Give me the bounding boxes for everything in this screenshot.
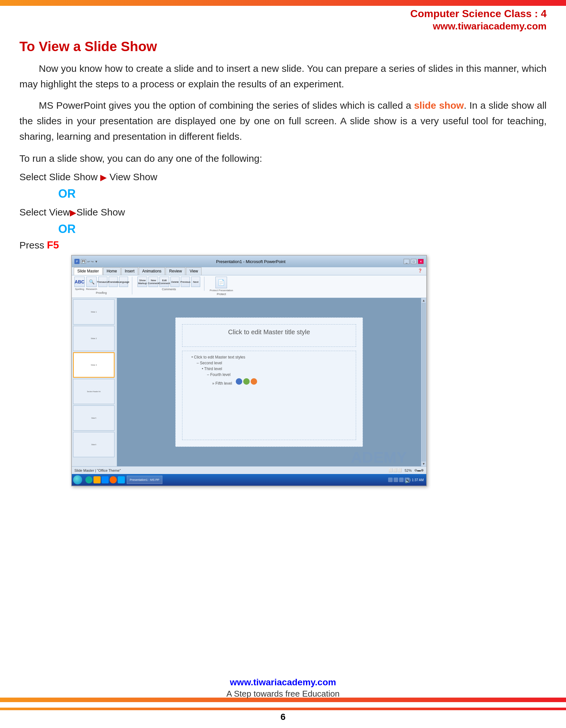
bullet-2: – Second level: [192, 361, 352, 365]
powerpoint-taskbar-item[interactable]: Presentation1 - MS PP: [127, 476, 162, 484]
slide-content: Click to edit Master title style • Click…: [175, 317, 363, 447]
ribbon: Slide Master Home Insert Animations Revi…: [72, 267, 426, 298]
tab-slide-master[interactable]: Slide Master: [74, 267, 103, 275]
tab-animations[interactable]: Animations: [139, 267, 165, 275]
slide-show-highlight: slide show: [414, 100, 464, 111]
tab-review[interactable]: Review: [166, 267, 185, 275]
media-icon[interactable]: [102, 476, 109, 483]
tab-home[interactable]: Home: [103, 267, 121, 275]
protect-presentation-btn[interactable]: 📄 Protect Presentation: [210, 277, 233, 292]
taskbar-quick-launch: [85, 476, 125, 483]
show-markup-btn[interactable]: Show Markup: [138, 277, 147, 287]
arrow-2: ▶: [70, 208, 76, 217]
bullet-4: – Fourth level: [192, 372, 352, 377]
restore-button[interactable]: □: [411, 259, 416, 264]
press-label: Press: [19, 240, 47, 250]
edit-comment-btn[interactable]: Edit Comment: [160, 277, 169, 287]
previous-btn[interactable]: Previous: [181, 277, 190, 287]
tab-insert[interactable]: Insert: [121, 267, 138, 275]
bullet-1: • Click to edit Master text styles: [192, 355, 352, 359]
close-button[interactable]: ✕: [418, 259, 424, 264]
language-btn[interactable]: Language: [119, 277, 128, 291]
translate-btn[interactable]: Translate: [109, 277, 118, 291]
section-title: To View a Slide Show: [19, 39, 547, 54]
tray-icon-1: [388, 478, 393, 482]
slide-thumb-2[interactable]: Slide 2: [73, 326, 115, 351]
title-bar-text: Presentation1 - Microsoft PowerPoint: [98, 259, 404, 264]
spelling-btn[interactable]: ABC Spelling: [74, 277, 85, 291]
slide-thumb-1[interactable]: Slide 1: [73, 299, 115, 325]
comments-buttons: Show Markup New Comment Edit Comment Del…: [138, 277, 200, 287]
bullet-3: • Third level: [192, 367, 352, 371]
or-1: OR: [58, 187, 547, 201]
folder-icon[interactable]: [94, 476, 101, 483]
slide-thumb-5[interactable]: Slide 5: [73, 405, 115, 431]
slide-body[interactable]: • Click to edit Master text styles – Sec…: [182, 351, 356, 440]
status-bar: Slide Master | "Office Theme" ⬜⬜⬜ 52% ⊖▬…: [72, 466, 426, 474]
proofing-label: Proofing: [96, 291, 107, 294]
view-icons[interactable]: ⬜⬜⬜: [388, 468, 402, 472]
slide-thumb-3[interactable]: Slide 3: [73, 352, 115, 378]
or-2: OR: [58, 222, 547, 236]
taskbar: Presentation1 - MS PP 🔊 1:37 AM: [72, 474, 426, 486]
main-content: To View a Slide Show Now you know how to…: [19, 36, 547, 486]
step-1-line: Select Slide Show ▶ View Show: [19, 169, 547, 185]
taskbar-app-label: Presentation1 - MS PP: [130, 478, 160, 481]
protect-group: 📄 Protect Presentation Protect: [210, 277, 237, 296]
bottom-orange-bar-bottom: [0, 708, 566, 710]
system-tray-icons: 🔊: [388, 478, 409, 482]
research-btn[interactable]: 🔍 Research: [86, 277, 97, 291]
paragraph-1: Now you know how to create a slide and t…: [19, 61, 547, 92]
slide-master-status: Slide Master | "Office Theme": [74, 469, 121, 472]
step-2b-label: Slide Show: [76, 207, 125, 217]
slide-thumb-4[interactable]: Section Header Art: [73, 379, 115, 404]
scroll-bar-right[interactable]: ▲ ▼: [421, 298, 426, 466]
editor-area: Slide 1 Slide 2 Slide 3 Section Header A…: [72, 298, 426, 466]
taskbar-tray: 🔊 1:37 AM: [388, 478, 425, 482]
title-bar: P 💾 ↩ ↪ ▼ Presentation1 - Microsoft Powe…: [72, 256, 426, 267]
tray-icon-2: [394, 478, 398, 482]
start-button[interactable]: [73, 475, 82, 484]
app-icon[interactable]: [110, 476, 117, 483]
screenshot-container: P 💾 ↩ ↪ ▼ Presentation1 - Microsoft Powe…: [71, 255, 427, 486]
f5-key: F5: [47, 239, 59, 251]
help-icon[interactable]: ❓: [416, 267, 424, 275]
zoom-slider[interactable]: ⊖▬⊕: [414, 468, 424, 472]
arrow-1: ▶: [100, 172, 107, 182]
slide-watermark: ADEMY: [351, 448, 407, 466]
comments-group: Show Markup New Comment Edit Comment Del…: [138, 277, 205, 291]
slide-title[interactable]: Click to edit Master title style: [182, 324, 356, 347]
tab-view[interactable]: View: [186, 267, 202, 275]
slide-thumb-6[interactable]: Slide 6: [73, 432, 115, 457]
proofing-buttons: ABC Spelling 🔍 Research Thesaurus: [74, 277, 128, 291]
protect-buttons: 📄 Protect Presentation: [210, 277, 233, 292]
app-icon-2[interactable]: [118, 476, 125, 483]
tray-icon-3: [399, 478, 404, 482]
thesaurus-btn[interactable]: Thesaurus: [98, 277, 107, 291]
step-2-label: Select View: [19, 207, 70, 217]
ribbon-tabs: Slide Master Home Insert Animations Revi…: [72, 267, 426, 275]
page-number: 6: [0, 712, 566, 722]
new-comment-btn[interactable]: New Comment: [149, 277, 158, 287]
system-clock: 1:37 AM: [412, 478, 424, 482]
status-right: ⬜⬜⬜ 52% ⊖▬⊕: [388, 468, 424, 472]
speaker-icon[interactable]: 🔊: [405, 478, 409, 482]
footer-tagline: A Step towards free Education: [0, 689, 566, 699]
footer-website: www.tiwariacademy.com: [0, 677, 566, 688]
delete-btn[interactable]: Delete: [171, 277, 180, 287]
header-title: Computer Science Class : 4: [19, 7, 547, 21]
title-bar-icons: _ □ ✕: [404, 259, 424, 264]
header: Computer Science Class : 4 www.tiwariaca…: [0, 0, 566, 35]
paragraph-2: MS PowerPoint gives you the option of co…: [19, 98, 547, 144]
next-btn[interactable]: Next: [191, 277, 200, 287]
protect-label: Protect: [217, 292, 226, 296]
footer: www.tiwariacademy.com A Step towards fre…: [0, 677, 566, 699]
ie-icon[interactable]: [85, 476, 93, 483]
press-line: Press F5: [19, 239, 547, 251]
save-icon[interactable]: 💾: [81, 259, 86, 264]
paragraph-2-before: MS PowerPoint gives you the option of co…: [39, 100, 414, 111]
zoom-level: 52%: [405, 469, 412, 472]
step-1-label: Select Slide Show: [19, 171, 98, 182]
minimize-button[interactable]: _: [404, 259, 409, 264]
header-website: www.tiwariacademy.com: [19, 21, 547, 32]
